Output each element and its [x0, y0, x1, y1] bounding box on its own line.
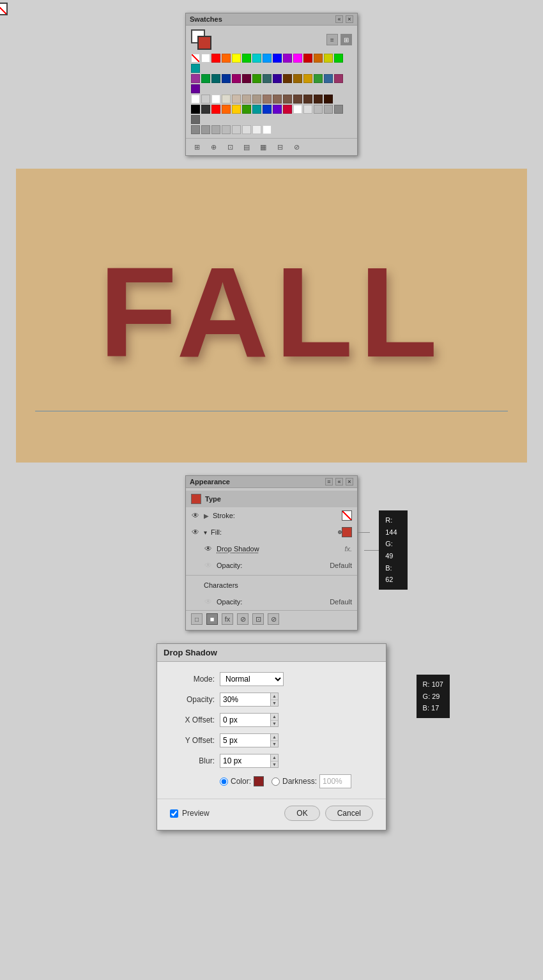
swatch[interactable]: [201, 54, 210, 63]
delete-appearance-btn[interactable]: ⊘: [268, 613, 279, 625]
swatch[interactable]: [222, 54, 231, 63]
stroke-none-indicator[interactable]: [0, 3, 8, 15]
swatch[interactable]: [324, 74, 333, 83]
swatch[interactable]: [191, 125, 200, 134]
swatch[interactable]: [232, 105, 241, 114]
swatch[interactable]: [263, 105, 272, 114]
swatch[interactable]: [252, 74, 261, 83]
swatch[interactable]: [293, 105, 302, 114]
ok-button[interactable]: OK: [284, 806, 319, 821]
swatch[interactable]: [283, 105, 292, 114]
swatch[interactable]: [283, 95, 292, 103]
swatch[interactable]: [303, 95, 312, 103]
swatch[interactable]: [222, 125, 231, 134]
swatch[interactable]: [303, 54, 312, 63]
swatch[interactable]: [252, 54, 261, 63]
swatch[interactable]: [222, 74, 231, 83]
fill-swatch[interactable]: [342, 527, 352, 537]
folder-icon[interactable]: ▦: [257, 141, 269, 153]
no-icon-btn[interactable]: ⊘: [237, 613, 249, 625]
swatch[interactable]: [232, 95, 241, 103]
layer-visibility-btn[interactable]: □: [191, 613, 203, 625]
swatch[interactable]: [191, 74, 200, 83]
swatch[interactable]: [263, 54, 272, 63]
stroke-expand-arrow[interactable]: ▶: [204, 512, 209, 519]
swatch[interactable]: [303, 105, 312, 114]
swatch[interactable]: [191, 64, 200, 73]
swatch[interactable]: [273, 54, 282, 63]
y-offset-input[interactable]: 5 px: [220, 733, 271, 747]
swatch[interactable]: [242, 105, 251, 114]
swatch[interactable]: [222, 95, 231, 103]
swatch[interactable]: [211, 54, 220, 63]
blur-input[interactable]: 10 px: [220, 754, 271, 768]
fill-box[interactable]: [197, 36, 211, 50]
swatch[interactable]: [283, 54, 292, 63]
swatch[interactable]: [293, 74, 302, 83]
type-color-swatch[interactable]: [191, 494, 201, 504]
swatch[interactable]: [211, 95, 220, 103]
x-offset-up-btn[interactable]: ▲: [271, 714, 278, 721]
swatches-close-btn[interactable]: ×: [346, 15, 353, 23]
swatch[interactable]: [273, 105, 282, 114]
stroke-fill-stack[interactable]: [191, 29, 211, 50]
darkness-radio[interactable]: [272, 777, 280, 786]
swatch[interactable]: [334, 74, 343, 83]
blur-up-btn[interactable]: ▲: [271, 754, 278, 762]
opacity-up-btn[interactable]: ▲: [271, 693, 278, 700]
add-swatch-icon[interactable]: ⊕: [208, 141, 219, 153]
library-icon[interactable]: ⊞: [191, 141, 203, 153]
fx-btn[interactable]: fx: [222, 613, 233, 625]
swatch[interactable]: [222, 105, 231, 114]
swatch[interactable]: [201, 74, 210, 83]
delete-icon[interactable]: ⊘: [291, 141, 302, 153]
swatch[interactable]: [263, 125, 272, 134]
swatch[interactable]: [211, 125, 220, 134]
y-offset-up-btn[interactable]: ▲: [271, 734, 278, 741]
swatch[interactable]: [324, 105, 333, 114]
swatch-none[interactable]: [191, 54, 200, 63]
swatch[interactable]: [201, 125, 210, 134]
swatch[interactable]: [211, 74, 220, 83]
appearance-close-btn[interactable]: ×: [346, 478, 353, 486]
list-view-btn[interactable]: ≡: [326, 34, 338, 45]
stroke-visibility-icon[interactable]: 👁: [191, 511, 200, 520]
fill-expand-arrow[interactable]: ▾: [204, 529, 207, 536]
swatch[interactable]: [314, 54, 323, 63]
fill-visibility-icon[interactable]: 👁: [191, 528, 200, 537]
new-color-group-icon[interactable]: ⊡: [224, 141, 236, 153]
new-appearance-btn[interactable]: ■: [206, 613, 218, 625]
swatch[interactable]: [191, 84, 200, 93]
swatch[interactable]: [201, 95, 210, 103]
appearance-collapse-btn[interactable]: «: [335, 478, 343, 486]
swatch[interactable]: [242, 95, 251, 103]
swatch[interactable]: [232, 125, 241, 134]
opacity-down-btn[interactable]: ▼: [271, 700, 278, 707]
preview-checkbox[interactable]: [170, 809, 178, 818]
swatch[interactable]: [252, 125, 261, 134]
cancel-button[interactable]: Cancel: [325, 806, 373, 821]
swatch[interactable]: [252, 105, 261, 114]
x-offset-input[interactable]: 0 px: [220, 713, 271, 727]
blur-down-btn[interactable]: ▼: [271, 762, 278, 768]
swatch[interactable]: [324, 54, 333, 63]
swatch[interactable]: [232, 54, 241, 63]
appearance-menu-btn[interactable]: ≡: [325, 478, 333, 486]
grid-view-btn[interactable]: ⊞: [340, 34, 352, 45]
swatch[interactable]: [314, 95, 323, 103]
edit-icon[interactable]: ▤: [241, 141, 252, 153]
drop-shadow-visibility-icon[interactable]: 👁: [204, 544, 213, 553]
y-offset-down-btn[interactable]: ▼: [271, 741, 278, 747]
swatch[interactable]: [314, 105, 323, 114]
swatch[interactable]: [191, 115, 200, 124]
opacity-visibility-icon-2[interactable]: 👁: [204, 597, 213, 606]
swatch[interactable]: [293, 54, 302, 63]
swatch[interactable]: [273, 95, 282, 103]
swatch[interactable]: [334, 105, 343, 114]
duplicate-icon[interactable]: ⊟: [274, 141, 286, 153]
stroke-swatch[interactable]: [342, 510, 352, 521]
swatches-collapse-btn[interactable]: «: [335, 15, 343, 23]
swatch[interactable]: [314, 74, 323, 83]
x-offset-down-btn[interactable]: ▼: [271, 721, 278, 727]
swatch[interactable]: [252, 95, 261, 103]
